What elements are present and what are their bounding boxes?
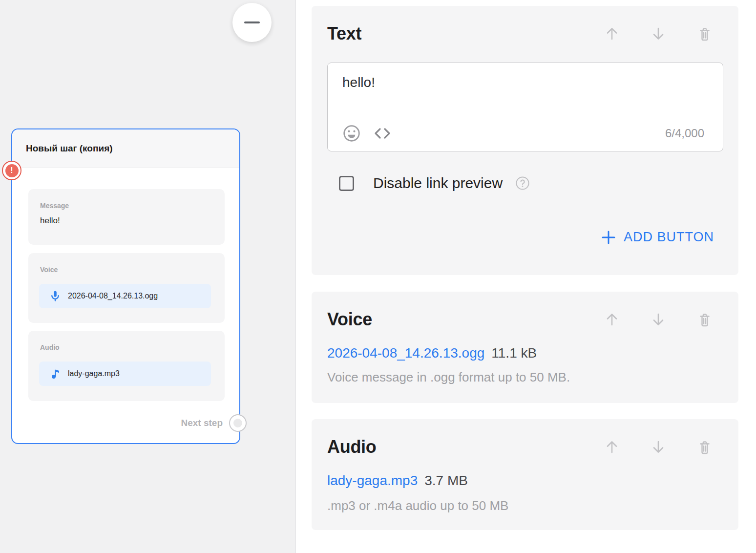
- message-text-input[interactable]: hello!: [328, 63, 723, 122]
- move-up-button[interactable]: [604, 439, 620, 455]
- step-card-header: Новый шаг (копия): [12, 129, 239, 168]
- text-block-section: Text hello!: [312, 6, 738, 275]
- field-label: Audio: [40, 343, 213, 351]
- text-block-title: Text: [327, 23, 604, 44]
- field-value: hello!: [40, 216, 213, 226]
- microphone-icon: [49, 290, 62, 302]
- audio-block-section: Audio lady-gaga.mp3 3.7 MB .mp3 or .m4: [312, 419, 738, 530]
- next-step-label: Next step: [181, 418, 223, 428]
- field-label: Voice: [40, 266, 213, 274]
- step-error-badge: !: [2, 161, 21, 180]
- zoom-out-icon: [244, 21, 260, 23]
- card-field-voice: Voice 2026-04-08_14.26.13.ogg: [28, 253, 225, 323]
- delete-block-button[interactable]: [697, 26, 713, 42]
- voice-block-header: Voice: [327, 308, 713, 331]
- audio-file-link[interactable]: lady-gaga.mp3: [327, 473, 418, 489]
- connector-dot-icon: [233, 419, 242, 427]
- disable-link-preview-label: Disable link preview: [373, 175, 503, 191]
- music-note-icon: [49, 367, 62, 380]
- voice-block-title: Voice: [327, 309, 604, 330]
- textarea-toolbar: 6/4,000: [342, 124, 704, 143]
- flow-canvas[interactable]: Новый шаг (копия) ! Message hello! Voice…: [0, 0, 296, 553]
- disable-link-preview-checkbox[interactable]: [339, 176, 354, 191]
- move-down-button[interactable]: [651, 439, 666, 455]
- audio-file-name: lady-gaga.mp3: [68, 369, 120, 378]
- step-card-title: Новый шаг (копия): [26, 143, 113, 154]
- audio-file-row: lady-gaga.mp3 3.7 MB: [327, 473, 468, 489]
- delete-block-button[interactable]: [697, 312, 713, 327]
- delete-block-button[interactable]: [697, 439, 713, 455]
- step-card[interactable]: Новый шаг (копия) ! Message hello! Voice…: [11, 128, 240, 444]
- disable-link-preview-row: Disable link preview: [339, 175, 530, 191]
- audio-file-size: 3.7 MB: [424, 473, 468, 489]
- field-label: Message: [40, 202, 213, 210]
- voice-file-link[interactable]: 2026-04-08_14.26.13.ogg: [327, 345, 484, 361]
- voice-block-section: Voice 2026-04-08_14.26.13.ogg 11.1 kB: [312, 292, 738, 403]
- voice-file-chip: 2026-04-08_14.26.13.ogg: [39, 284, 211, 308]
- next-step-row: Next step: [181, 414, 247, 432]
- card-field-message: Message hello!: [28, 189, 225, 245]
- audio-file-chip: lady-gaga.mp3: [39, 362, 211, 386]
- plus-icon: [601, 230, 616, 245]
- move-down-button[interactable]: [651, 26, 666, 42]
- voice-file-name: 2026-04-08_14.26.13.ogg: [68, 292, 158, 300]
- move-up-button[interactable]: [604, 312, 620, 327]
- add-button[interactable]: ADD BUTTON: [601, 230, 714, 245]
- voice-file-description: Voice message in .ogg format up to 50 MB…: [327, 370, 570, 385]
- add-button-label: ADD BUTTON: [624, 230, 714, 245]
- next-step-connector[interactable]: [229, 414, 247, 432]
- audio-file-description: .mp3 or .m4a audio up to 50 MB: [327, 498, 508, 513]
- emoji-button[interactable]: [342, 124, 361, 143]
- help-icon[interactable]: [515, 176, 530, 191]
- text-block-header: Text: [327, 22, 713, 45]
- message-text-box: hello! 6/4,000: [327, 63, 723, 151]
- zoom-out-button[interactable]: [232, 3, 272, 42]
- code-button[interactable]: [373, 125, 392, 142]
- error-exclamation-icon: !: [5, 164, 19, 177]
- audio-block-title: Audio: [327, 437, 604, 457]
- audio-block-header: Audio: [327, 436, 713, 458]
- character-counter: 6/4,000: [665, 127, 704, 140]
- move-up-button[interactable]: [604, 26, 620, 42]
- card-field-audio: Audio lady-gaga.mp3: [28, 331, 225, 401]
- block-actions: [604, 439, 713, 455]
- move-down-button[interactable]: [651, 312, 666, 327]
- voice-file-size: 11.1 kB: [491, 345, 537, 361]
- block-actions: [604, 26, 713, 42]
- block-actions: [604, 312, 713, 327]
- voice-file-row: 2026-04-08_14.26.13.ogg 11.1 kB: [327, 345, 537, 361]
